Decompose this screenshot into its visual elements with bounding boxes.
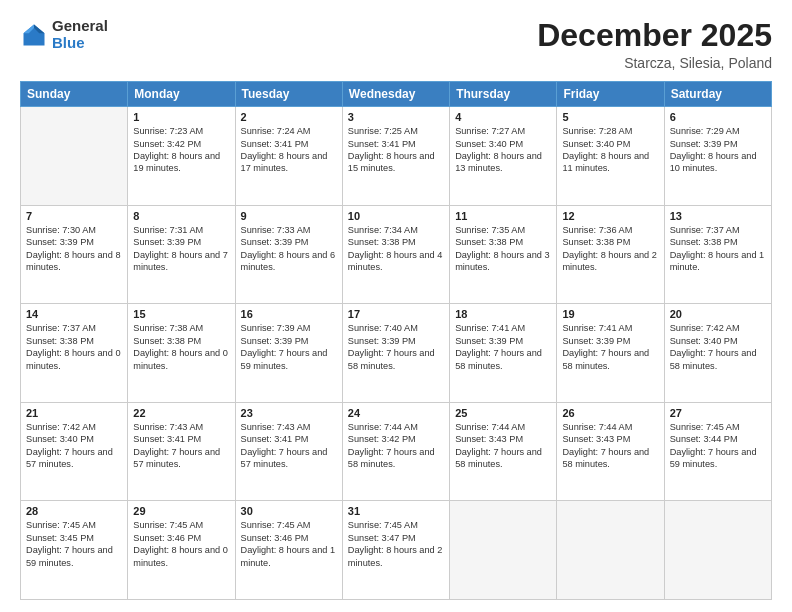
calendar-cell: 4Sunrise: 7:27 AMSunset: 3:40 PMDaylight…: [450, 107, 557, 206]
day-number: 13: [670, 210, 766, 222]
calendar-cell: 3Sunrise: 7:25 AMSunset: 3:41 PMDaylight…: [342, 107, 449, 206]
calendar-cell: 14Sunrise: 7:37 AMSunset: 3:38 PMDayligh…: [21, 304, 128, 403]
calendar-week-0: 1Sunrise: 7:23 AMSunset: 3:42 PMDaylight…: [21, 107, 772, 206]
col-friday: Friday: [557, 82, 664, 107]
cell-info: Sunrise: 7:35 AMSunset: 3:38 PMDaylight:…: [455, 224, 551, 274]
cell-info: Sunrise: 7:29 AMSunset: 3:39 PMDaylight:…: [670, 125, 766, 175]
day-number: 20: [670, 308, 766, 320]
calendar-cell: 31Sunrise: 7:45 AMSunset: 3:47 PMDayligh…: [342, 501, 449, 600]
day-number: 12: [562, 210, 658, 222]
day-number: 21: [26, 407, 122, 419]
calendar-cell: 12Sunrise: 7:36 AMSunset: 3:38 PMDayligh…: [557, 205, 664, 304]
calendar-cell: 18Sunrise: 7:41 AMSunset: 3:39 PMDayligh…: [450, 304, 557, 403]
day-number: 8: [133, 210, 229, 222]
calendar-cell: 24Sunrise: 7:44 AMSunset: 3:42 PMDayligh…: [342, 402, 449, 501]
calendar-cell: 9Sunrise: 7:33 AMSunset: 3:39 PMDaylight…: [235, 205, 342, 304]
logo-icon: [20, 21, 48, 49]
day-number: 14: [26, 308, 122, 320]
cell-info: Sunrise: 7:44 AMSunset: 3:43 PMDaylight:…: [455, 421, 551, 471]
calendar-week-2: 14Sunrise: 7:37 AMSunset: 3:38 PMDayligh…: [21, 304, 772, 403]
calendar-cell: [557, 501, 664, 600]
cell-info: Sunrise: 7:36 AMSunset: 3:38 PMDaylight:…: [562, 224, 658, 274]
calendar-cell: 1Sunrise: 7:23 AMSunset: 3:42 PMDaylight…: [128, 107, 235, 206]
day-number: 25: [455, 407, 551, 419]
cell-info: Sunrise: 7:42 AMSunset: 3:40 PMDaylight:…: [670, 322, 766, 372]
logo: General Blue: [20, 18, 108, 51]
calendar-cell: 15Sunrise: 7:38 AMSunset: 3:38 PMDayligh…: [128, 304, 235, 403]
col-monday: Monday: [128, 82, 235, 107]
cell-info: Sunrise: 7:42 AMSunset: 3:40 PMDaylight:…: [26, 421, 122, 471]
cell-info: Sunrise: 7:37 AMSunset: 3:38 PMDaylight:…: [26, 322, 122, 372]
calendar-week-1: 7Sunrise: 7:30 AMSunset: 3:39 PMDaylight…: [21, 205, 772, 304]
calendar-cell: [21, 107, 128, 206]
logo-text: General Blue: [52, 18, 108, 51]
calendar-cell: 2Sunrise: 7:24 AMSunset: 3:41 PMDaylight…: [235, 107, 342, 206]
col-thursday: Thursday: [450, 82, 557, 107]
calendar-header-row: Sunday Monday Tuesday Wednesday Thursday…: [21, 82, 772, 107]
calendar-cell: 25Sunrise: 7:44 AMSunset: 3:43 PMDayligh…: [450, 402, 557, 501]
day-number: 2: [241, 111, 337, 123]
calendar-cell: 30Sunrise: 7:45 AMSunset: 3:46 PMDayligh…: [235, 501, 342, 600]
day-number: 24: [348, 407, 444, 419]
cell-info: Sunrise: 7:41 AMSunset: 3:39 PMDaylight:…: [455, 322, 551, 372]
calendar-cell: 26Sunrise: 7:44 AMSunset: 3:43 PMDayligh…: [557, 402, 664, 501]
calendar-cell: [450, 501, 557, 600]
calendar-cell: 5Sunrise: 7:28 AMSunset: 3:40 PMDaylight…: [557, 107, 664, 206]
cell-info: Sunrise: 7:34 AMSunset: 3:38 PMDaylight:…: [348, 224, 444, 274]
day-number: 28: [26, 505, 122, 517]
calendar-week-4: 28Sunrise: 7:45 AMSunset: 3:45 PMDayligh…: [21, 501, 772, 600]
logo-general-text: General: [52, 18, 108, 35]
day-number: 19: [562, 308, 658, 320]
cell-info: Sunrise: 7:45 AMSunset: 3:46 PMDaylight:…: [133, 519, 229, 569]
day-number: 5: [562, 111, 658, 123]
day-number: 17: [348, 308, 444, 320]
cell-info: Sunrise: 7:27 AMSunset: 3:40 PMDaylight:…: [455, 125, 551, 175]
day-number: 4: [455, 111, 551, 123]
cell-info: Sunrise: 7:45 AMSunset: 3:46 PMDaylight:…: [241, 519, 337, 569]
day-number: 23: [241, 407, 337, 419]
cell-info: Sunrise: 7:44 AMSunset: 3:43 PMDaylight:…: [562, 421, 658, 471]
calendar-cell: 22Sunrise: 7:43 AMSunset: 3:41 PMDayligh…: [128, 402, 235, 501]
day-number: 11: [455, 210, 551, 222]
calendar-cell: 28Sunrise: 7:45 AMSunset: 3:45 PMDayligh…: [21, 501, 128, 600]
cell-info: Sunrise: 7:31 AMSunset: 3:39 PMDaylight:…: [133, 224, 229, 274]
day-number: 6: [670, 111, 766, 123]
cell-info: Sunrise: 7:37 AMSunset: 3:38 PMDaylight:…: [670, 224, 766, 274]
calendar-cell: 6Sunrise: 7:29 AMSunset: 3:39 PMDaylight…: [664, 107, 771, 206]
title-location: Starcza, Silesia, Poland: [537, 55, 772, 71]
calendar-cell: 17Sunrise: 7:40 AMSunset: 3:39 PMDayligh…: [342, 304, 449, 403]
cell-info: Sunrise: 7:38 AMSunset: 3:38 PMDaylight:…: [133, 322, 229, 372]
calendar-week-3: 21Sunrise: 7:42 AMSunset: 3:40 PMDayligh…: [21, 402, 772, 501]
cell-info: Sunrise: 7:43 AMSunset: 3:41 PMDaylight:…: [133, 421, 229, 471]
calendar-cell: 20Sunrise: 7:42 AMSunset: 3:40 PMDayligh…: [664, 304, 771, 403]
col-tuesday: Tuesday: [235, 82, 342, 107]
cell-info: Sunrise: 7:33 AMSunset: 3:39 PMDaylight:…: [241, 224, 337, 274]
cell-info: Sunrise: 7:41 AMSunset: 3:39 PMDaylight:…: [562, 322, 658, 372]
calendar-cell: 8Sunrise: 7:31 AMSunset: 3:39 PMDaylight…: [128, 205, 235, 304]
cell-info: Sunrise: 7:24 AMSunset: 3:41 PMDaylight:…: [241, 125, 337, 175]
cell-info: Sunrise: 7:30 AMSunset: 3:39 PMDaylight:…: [26, 224, 122, 274]
calendar-cell: 11Sunrise: 7:35 AMSunset: 3:38 PMDayligh…: [450, 205, 557, 304]
title-block: December 2025 Starcza, Silesia, Poland: [537, 18, 772, 71]
day-number: 16: [241, 308, 337, 320]
day-number: 29: [133, 505, 229, 517]
title-month: December 2025: [537, 18, 772, 53]
day-number: 31: [348, 505, 444, 517]
cell-info: Sunrise: 7:39 AMSunset: 3:39 PMDaylight:…: [241, 322, 337, 372]
day-number: 15: [133, 308, 229, 320]
day-number: 18: [455, 308, 551, 320]
page: General Blue December 2025 Starcza, Sile…: [0, 0, 792, 612]
calendar-cell: 13Sunrise: 7:37 AMSunset: 3:38 PMDayligh…: [664, 205, 771, 304]
cell-info: Sunrise: 7:44 AMSunset: 3:42 PMDaylight:…: [348, 421, 444, 471]
calendar-cell: 27Sunrise: 7:45 AMSunset: 3:44 PMDayligh…: [664, 402, 771, 501]
header: General Blue December 2025 Starcza, Sile…: [20, 18, 772, 71]
cell-info: Sunrise: 7:28 AMSunset: 3:40 PMDaylight:…: [562, 125, 658, 175]
day-number: 7: [26, 210, 122, 222]
calendar-cell: [664, 501, 771, 600]
cell-info: Sunrise: 7:40 AMSunset: 3:39 PMDaylight:…: [348, 322, 444, 372]
cell-info: Sunrise: 7:25 AMSunset: 3:41 PMDaylight:…: [348, 125, 444, 175]
day-number: 26: [562, 407, 658, 419]
calendar-cell: 19Sunrise: 7:41 AMSunset: 3:39 PMDayligh…: [557, 304, 664, 403]
day-number: 10: [348, 210, 444, 222]
cell-info: Sunrise: 7:45 AMSunset: 3:45 PMDaylight:…: [26, 519, 122, 569]
